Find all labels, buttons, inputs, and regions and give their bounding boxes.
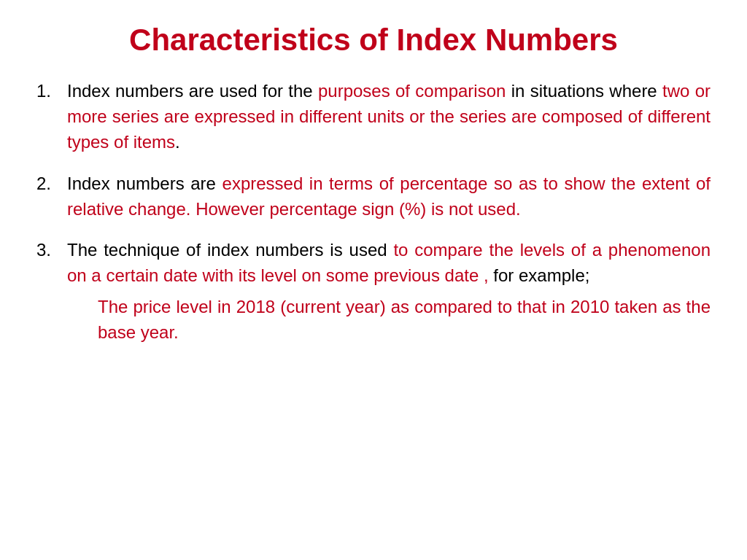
text-segment: . bbox=[175, 132, 180, 152]
text-segment: for example; bbox=[489, 265, 590, 285]
text-segment: Index numbers are used for the bbox=[67, 81, 318, 101]
list-para-3: The technique of index numbers is used t… bbox=[67, 238, 711, 289]
content-list: 1.Index numbers are used for the purpose… bbox=[36, 79, 711, 345]
list-item-2: 2.Index numbers are expressed in terms o… bbox=[36, 171, 711, 222]
text-segment: However percentage sign (%) is not used. bbox=[196, 199, 521, 219]
slide-title: Characteristics of Index Numbers bbox=[36, 22, 711, 58]
text-segment: Index numbers are bbox=[67, 174, 222, 193]
list-content-1: Index numbers are used for the purposes … bbox=[67, 79, 711, 155]
text-segment: purposes of comparison bbox=[318, 81, 506, 101]
text-segment: , bbox=[479, 265, 488, 285]
list-number-2: 2. bbox=[36, 171, 67, 197]
list-para-2: Index numbers are expressed in terms of … bbox=[67, 171, 711, 222]
text-segment: in situations where bbox=[506, 81, 662, 101]
list-para-1: Index numbers are used for the purposes … bbox=[67, 79, 711, 155]
subtext-segment: The price level in 2018 (current year) a… bbox=[98, 297, 711, 342]
list-number-1: 1. bbox=[36, 79, 67, 104]
text-segment: The technique of index numbers is used bbox=[67, 240, 393, 260]
list-subtext-3: The price level in 2018 (current year) a… bbox=[98, 295, 711, 346]
list-item-3: 3.The technique of index numbers is used… bbox=[36, 238, 711, 345]
list-number-3: 3. bbox=[36, 238, 67, 263]
slide: Characteristics of Index Numbers 1.Index… bbox=[0, 0, 747, 560]
list-content-2: Index numbers are expressed in terms of … bbox=[67, 171, 711, 222]
list-item-1: 1.Index numbers are used for the purpose… bbox=[36, 79, 711, 155]
list-content-3: The technique of index numbers is used t… bbox=[67, 238, 711, 345]
